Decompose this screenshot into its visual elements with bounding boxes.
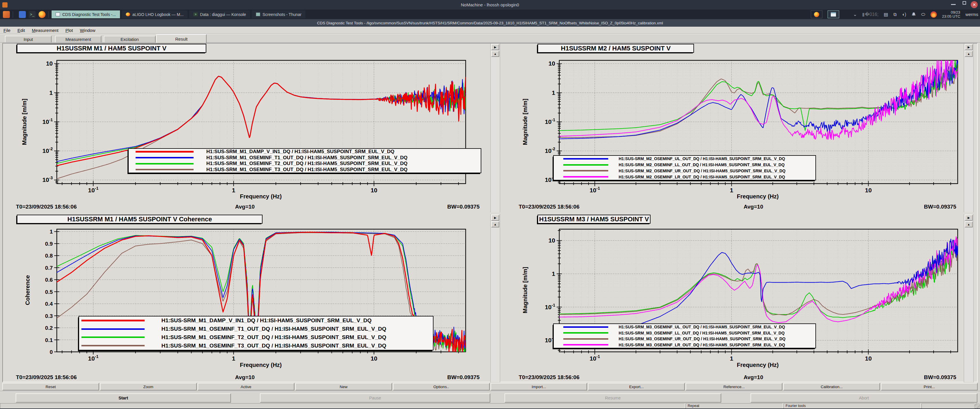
menu-plot[interactable]: Plot bbox=[62, 28, 76, 33]
legend-entry: H1:SUS-SRM_M3_OSEMINF_LR_OUT_DQ / H1:ISI… bbox=[554, 343, 815, 347]
plot4-bw: BW=0.09375 bbox=[924, 374, 956, 380]
pane-splitter[interactable]: ▶ ▲ bbox=[490, 43, 500, 212]
pane-expand-up-button[interactable]: ▲ bbox=[491, 221, 499, 227]
legend-line-sample bbox=[563, 164, 608, 166]
plot3-ylabel: Coherence bbox=[24, 275, 31, 305]
menu-measurement[interactable]: Measurement bbox=[29, 28, 62, 33]
options-button[interactable]: Options.. bbox=[393, 383, 490, 390]
clipboard-icon[interactable]: ▤ bbox=[884, 11, 888, 17]
taskbar-item-cds[interactable]: CDS Diagnostic Test Tools -... bbox=[52, 10, 120, 18]
taskbar-item-thunar[interactable]: Screenshots - Thunar bbox=[252, 10, 305, 18]
import-button[interactable]: Import... bbox=[491, 383, 587, 390]
pane-splitter[interactable]: ▶ ▲ bbox=[964, 214, 974, 382]
legend-line-sample bbox=[563, 332, 608, 334]
abort-button[interactable]: Abort bbox=[751, 393, 977, 403]
legend-line-sample bbox=[563, 338, 608, 340]
status-field-main bbox=[0, 403, 685, 408]
pane-expand-right-button: ▶ bbox=[965, 44, 973, 50]
pane-expand-right-button[interactable]: ▶ bbox=[491, 215, 499, 221]
menubar: File Edit Measurement Plot Window bbox=[0, 27, 980, 34]
status-field-extra bbox=[921, 403, 980, 408]
contacts-icon[interactable] bbox=[19, 11, 26, 18]
zoom-button[interactable]: Zoom bbox=[100, 383, 197, 390]
legend-label: H1:SUS-SRM_M1_DAMP_V_IN1_DQ / H1:ISI-HAM… bbox=[206, 149, 395, 155]
plot2-bw: BW=0.09375 bbox=[924, 204, 956, 210]
pane-expand-up-button[interactable]: ▲ bbox=[965, 221, 973, 227]
clock-time: 23:05 UTC bbox=[942, 14, 960, 19]
pane-expand-up-button[interactable]: ▲ bbox=[965, 51, 973, 57]
status-field-repeat[interactable]: Repeat bbox=[686, 403, 783, 408]
maximize-button[interactable] bbox=[963, 1, 966, 5]
tab-result[interactable]: Result bbox=[156, 34, 207, 43]
close-button[interactable]: ✕ bbox=[971, 1, 978, 8]
menu-edit[interactable]: Edit bbox=[14, 28, 29, 33]
close-icon: ✕ bbox=[971, 1, 978, 8]
plot1-bw: BW=0.09375 bbox=[447, 204, 480, 210]
legend-line-sample bbox=[563, 344, 608, 345]
legend-entry: H1:SUS-SRM_M1_OSEMINF_T3_OUT_DQ / H1:ISI… bbox=[79, 343, 433, 349]
volume-icon[interactable]: ◖) bbox=[902, 12, 906, 17]
firefox-launcher-icon[interactable] bbox=[38, 11, 46, 18]
tray-window-button[interactable] bbox=[827, 10, 839, 18]
notifications-icon[interactable]: 🔔︎ bbox=[911, 12, 916, 17]
reset-button[interactable]: Reset bbox=[2, 383, 99, 390]
resume-button[interactable]: Resume bbox=[504, 393, 721, 403]
legend-entry: H1:SUS-SRM_M2_OSEMINF_LL_OUT_DQ / H1:ISI… bbox=[554, 163, 815, 167]
taskbar-item-label: CDS Diagnostic Test Tools -... bbox=[62, 12, 116, 17]
tray-firefox-button[interactable] bbox=[811, 10, 822, 18]
plot4-t0: T0=23/09/2025 18:56:06 bbox=[519, 374, 579, 380]
menu-window[interactable]: Window bbox=[76, 28, 99, 33]
minimize-button[interactable] bbox=[951, 1, 956, 5]
pane-expand-right-button[interactable]: ▶ bbox=[965, 215, 973, 221]
legend-entry: H1:SUS-SRM_M1_DAMP_V_IN1_DQ / H1:ISI-HAM… bbox=[79, 317, 433, 324]
nomachine-title: NoMachine - lhossh opslogin0 bbox=[0, 2, 980, 7]
export-button[interactable]: Export... bbox=[588, 383, 685, 390]
firefox-nightly-icon[interactable] bbox=[931, 11, 937, 18]
taskbar: >_ CDS Diagnostic Test Tools -... aLIGO … bbox=[0, 10, 980, 19]
pane-splitter[interactable]: ▶ ▲ bbox=[964, 43, 974, 212]
plot2-ylabel: Magnitude [m/m] bbox=[522, 99, 528, 145]
konsole-launcher-icon[interactable]: >_ bbox=[29, 11, 36, 18]
pane-expand-up-button[interactable]: ▲ bbox=[491, 51, 499, 57]
taskbar-item-label: aLIGO LHO Logbook — M... bbox=[132, 12, 184, 17]
plot1-xlabel: Frequency (Hz) bbox=[240, 193, 282, 200]
pane-splitter[interactable]: ▶ ▲ bbox=[490, 214, 500, 382]
legend-entry: H1:SUS-SRM_M2_OSEMINF_LR_OUT_DQ / H1:ISI… bbox=[554, 175, 815, 179]
legend-entry: H1:SUS-SRM_M3_OSEMINF_LL_OUT_DQ / H1:ISI… bbox=[554, 331, 815, 336]
plot4-ylabel: Magnitude [m/m] bbox=[522, 267, 528, 313]
new-button[interactable]: New bbox=[295, 383, 392, 390]
status-field-fourier-tools[interactable]: Fourier tools bbox=[784, 403, 921, 408]
stats-icon[interactable]: ▮�016; bbox=[862, 11, 878, 17]
print-button[interactable]: Print... bbox=[881, 383, 978, 390]
legend-entry: H1:SUS-SRM_M3_OSEMINF_UL_OUT_DQ / H1:ISI… bbox=[554, 324, 815, 329]
maximize-icon bbox=[963, 1, 966, 5]
pause-button[interactable]: Pause bbox=[260, 393, 490, 403]
window-icon bbox=[831, 12, 836, 16]
plot2-t0: T0=23/09/2025 18:56:06 bbox=[519, 204, 579, 210]
system-tray: ⌄ ▮�016; ▤ ⧉ ◖) 🔔︎ ⬭ 09/23 23:05 UTC wer… bbox=[811, 10, 980, 19]
start-button[interactable]: Start bbox=[16, 393, 231, 403]
active-button[interactable]: Active bbox=[197, 383, 294, 390]
taskbar-separator bbox=[48, 11, 49, 18]
app-launcher-icon[interactable] bbox=[3, 11, 10, 18]
reference-button[interactable]: Reference... bbox=[686, 383, 783, 390]
legend-label: H1:SUS-SRM_M1_OSEMINF_T3_OUT_DQ / H1:ISI… bbox=[206, 167, 407, 173]
pane-expand-right-button[interactable]: ▶ bbox=[491, 44, 499, 50]
tab-input[interactable]: Input bbox=[5, 36, 52, 43]
tab-excitation[interactable]: Excitation bbox=[104, 36, 156, 43]
ghost-icon[interactable]: ⬭ bbox=[921, 12, 925, 17]
legend-label: H1:SUS-SRM_M3_OSEMINF_LL_OUT_DQ / H1:ISI… bbox=[619, 331, 785, 336]
konsole-icon: > bbox=[193, 13, 197, 16]
calibration-button[interactable]: Calibration... bbox=[783, 383, 880, 390]
taskbar-item-logbook[interactable]: aLIGO LHO Logbook — M... bbox=[122, 10, 188, 18]
chevron-down-icon[interactable]: ⌄ bbox=[853, 11, 857, 17]
taskbar-item-konsole[interactable]: > Data : diaggui — Konsole bbox=[189, 10, 250, 18]
tab-measurement[interactable]: Measurement bbox=[55, 36, 102, 43]
legend-line-sample bbox=[135, 151, 194, 153]
kdeconnect-icon[interactable]: ⧉ bbox=[893, 12, 897, 17]
resize-grip[interactable] bbox=[974, 403, 980, 408]
clock[interactable]: 09/23 23:05 UTC bbox=[942, 10, 960, 19]
legend-entry: H1:SUS-SRM_M2_OSEMINF_UL_OUT_DQ / H1:ISI… bbox=[554, 157, 815, 161]
legend-label: H1:SUS-SRM_M3_OSEMINF_UR_OUT_DQ / H1:ISI… bbox=[619, 337, 786, 341]
menu-file[interactable]: File bbox=[0, 28, 14, 33]
